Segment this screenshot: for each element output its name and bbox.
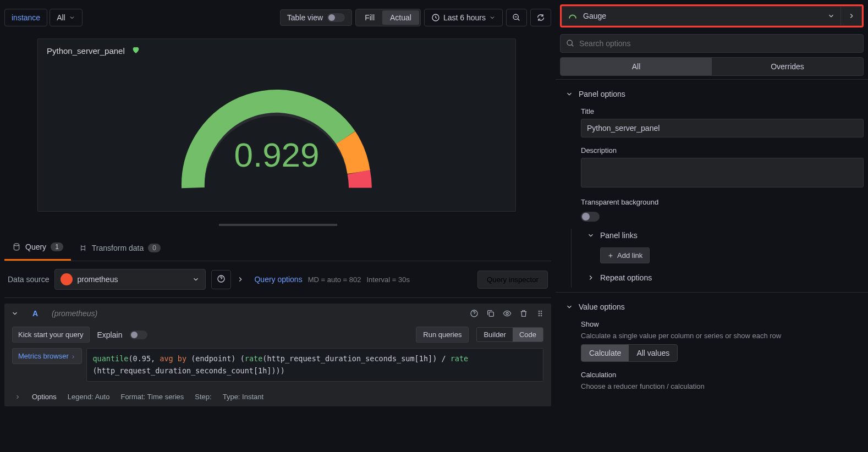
svg-point-11 (539, 315, 540, 316)
add-link-label: Add link (617, 251, 642, 260)
value-options-header[interactable]: Value options (565, 300, 864, 317)
time-range-picker[interactable]: Last 6 hours (424, 9, 503, 26)
instance-value-dropdown[interactable]: All (50, 9, 83, 26)
gauge-chart (172, 62, 381, 199)
zoom-out-icon (512, 13, 521, 22)
run-queries-button[interactable]: Run queries (416, 327, 469, 343)
overrides-tab[interactable]: Overrides (712, 58, 863, 75)
svg-point-9 (539, 313, 540, 314)
prometheus-logo-icon (61, 273, 73, 285)
metrics-browser-button[interactable]: Metrics browser (12, 348, 82, 364)
svg-point-13 (567, 40, 572, 45)
explain-toggle[interactable] (130, 330, 147, 339)
chevron-down-icon (565, 90, 573, 98)
transform-tab[interactable]: Transform data 0 (71, 235, 168, 261)
calculation-label: Calculation (581, 371, 864, 379)
chevron-right-icon[interactable] (237, 275, 244, 283)
query-datasource-row: Data source prometheus Query options MD … (4, 261, 551, 298)
chevron-down-icon (192, 275, 200, 283)
chevron-down-icon[interactable] (11, 310, 19, 317)
chevron-right-icon (70, 354, 76, 360)
svg-point-6 (506, 312, 508, 315)
fill-option[interactable]: Fill (357, 10, 382, 25)
builder-option[interactable]: Builder (477, 328, 512, 341)
instance-variable[interactable]: instance (4, 9, 47, 26)
repeat-options-header[interactable]: Repeat options (587, 271, 864, 288)
table-view-switch[interactable] (327, 13, 345, 22)
svg-point-2 (14, 244, 19, 246)
options-label[interactable]: Options (32, 393, 57, 401)
add-link-button[interactable]: Add link (600, 247, 650, 263)
actual-option[interactable]: Actual (382, 10, 419, 25)
svg-point-7 (539, 311, 540, 312)
database-icon (12, 242, 21, 251)
panel-links-header[interactable]: Panel links (587, 229, 864, 245)
query-tab-label: Query (25, 242, 46, 251)
title-input[interactable] (581, 119, 864, 137)
svg-point-10 (541, 313, 542, 314)
visualization-picker[interactable]: Gauge (562, 6, 841, 26)
trash-icon[interactable] (519, 309, 528, 318)
search-options-input[interactable] (560, 34, 864, 53)
value-options-label: Value options (579, 302, 625, 311)
heart-icon (131, 46, 140, 56)
description-field-label: Description (581, 146, 864, 155)
kick-start-button[interactable]: Kick start your query (12, 327, 90, 343)
datasource-name: prometheus (77, 275, 118, 284)
query-source-label: (prometheus) (52, 309, 97, 318)
refresh-button[interactable] (530, 9, 551, 26)
clock-icon (431, 13, 440, 22)
transparent-bg-toggle[interactable] (581, 212, 600, 222)
drag-handle-icon[interactable] (536, 309, 545, 318)
table-view-toggle[interactable]: Table view (280, 9, 352, 26)
eye-icon[interactable] (503, 309, 512, 318)
instance-value-label: All (57, 13, 65, 22)
horizontal-scrollbar[interactable] (219, 224, 337, 226)
query-interval-meta: Interval = 30s (367, 275, 410, 284)
code-option[interactable]: Code (513, 328, 543, 341)
title-field-label: Title (581, 107, 864, 115)
chevron-down-icon (827, 12, 835, 20)
calculation-help: Choose a reducer function / calculation (581, 382, 864, 390)
chevron-right-icon[interactable] (14, 394, 21, 400)
chevron-down-icon (69, 14, 75, 21)
options-tabs: All Overrides (560, 57, 864, 76)
svg-rect-5 (489, 312, 493, 316)
plus-icon (607, 252, 614, 259)
search-options-field[interactable] (579, 39, 858, 48)
duplicate-icon[interactable] (486, 309, 495, 318)
zoom-out-button[interactable] (506, 9, 527, 26)
options-sidebar: Gauge All Overrides Panel options (556, 0, 868, 452)
help-icon (217, 274, 226, 283)
query-code-editor[interactable]: quantile(0.95, avg by (endpoint) (rate(h… (86, 348, 543, 382)
transform-tab-label: Transform data (92, 244, 144, 252)
gauge-icon (568, 11, 578, 21)
svg-point-8 (541, 311, 542, 312)
help-icon[interactable] (470, 309, 479, 318)
query-tab[interactable]: Query 1 (4, 235, 71, 261)
svg-point-12 (541, 315, 542, 316)
show-segmented-control: Calculate All values (581, 344, 678, 362)
transparent-bg-label: Transparent background (581, 198, 864, 206)
all-values-option[interactable]: All values (629, 345, 677, 361)
datasource-select[interactable]: prometheus (54, 269, 206, 290)
panel-options-header[interactable]: Panel options (565, 87, 864, 104)
chevron-right-icon (587, 274, 595, 282)
show-help: Calculate a single value per column or s… (581, 332, 864, 340)
legend-label: Legend: Auto (68, 393, 110, 401)
all-tab[interactable]: All (561, 58, 712, 75)
description-input[interactable] (581, 158, 864, 188)
transform-count-badge: 0 (148, 244, 161, 252)
calculate-option[interactable]: Calculate (581, 345, 629, 361)
transform-icon (79, 244, 87, 252)
bottom-tabs: Query 1 Transform data 0 (4, 235, 551, 261)
time-range-label: Last 6 hours (443, 13, 486, 22)
panel-options-label: Panel options (579, 90, 625, 98)
refresh-icon (536, 13, 545, 22)
show-label: Show (581, 320, 864, 328)
datasource-help-button[interactable] (211, 270, 231, 289)
collapse-sidebar-button[interactable] (841, 6, 862, 26)
query-options-link[interactable]: Query options (254, 275, 302, 284)
visualization-name: Gauge (583, 12, 606, 20)
query-inspector-button[interactable]: Query inspector (477, 271, 548, 289)
